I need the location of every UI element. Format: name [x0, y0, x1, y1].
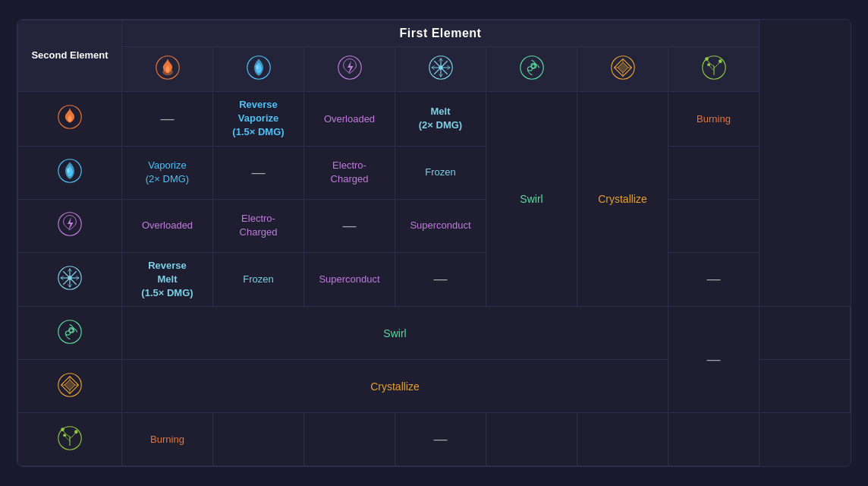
cell-cryo-electro: Superconduct: [304, 252, 395, 307]
row-icon-pyro: [18, 91, 122, 146]
cell-cryo-pyro: Reverse Melt (1.5× DMG): [122, 252, 213, 307]
row-icon-electro: [18, 199, 122, 252]
col-icon-geo: [577, 46, 668, 91]
col-icon-dendro: [668, 46, 760, 91]
cell-dendro-pyro: Burning: [122, 413, 213, 466]
cell-electro-dendro: [668, 199, 760, 252]
cell-anemo-anemo-geo: —: [668, 307, 760, 413]
svg-point-28: [707, 63, 710, 66]
svg-point-46: [68, 276, 71, 279]
cell-dendro-dendro: [668, 413, 760, 466]
cell-electro-pyro: Overloaded: [122, 199, 213, 252]
cell-dendro-electro: [304, 413, 395, 466]
cell-electro-hydro: Electro-Charged: [213, 199, 304, 252]
svg-point-27: [719, 59, 722, 63]
cell-pyro-cryo: Melt (2× DMG): [395, 91, 486, 146]
cell-hydro-electro: Electro-Charged: [304, 146, 395, 199]
cell-dendro-geo: [577, 413, 668, 466]
cell-pyro-electro: Overloaded: [304, 91, 395, 146]
row-icon-geo: [18, 360, 122, 413]
cell-dendro-hydro: [213, 413, 304, 466]
cell-cryo-dendro: —: [668, 252, 760, 307]
cell-hydro-hydro: —: [213, 146, 304, 199]
cell-pyro-geo: Crystallize: [577, 91, 668, 306]
cell-dendro-anemo: [486, 413, 577, 466]
col-icon-hydro: [213, 46, 304, 91]
row-icon-anemo: [18, 307, 122, 360]
cell-pyro-hydro: Reverse Vaporize (1.5× DMG): [213, 91, 304, 146]
svg-point-55: [74, 430, 78, 434]
cell-electro-cryo: Superconduct: [395, 199, 486, 252]
svg-point-56: [63, 434, 66, 437]
second-element-header: Second Element: [18, 20, 122, 91]
reaction-table: Second Element First Element: [17, 19, 851, 467]
cell-cryo-cryo: —: [395, 252, 486, 307]
cell-geo-dendro: [760, 360, 851, 413]
col-icon-electro: [304, 46, 395, 91]
svg-point-26: [705, 57, 709, 61]
row-icon-cryo: [18, 252, 122, 307]
cell-anemo-all: Swirl: [122, 307, 668, 360]
cell-pyro-pyro: —: [122, 91, 213, 146]
cell-hydro-pyro: Vaporize (2× DMG): [122, 146, 213, 199]
cell-electro-electro: —: [304, 199, 395, 252]
col-icon-cryo: [395, 46, 486, 91]
cell-hydro-cryo: Frozen: [395, 146, 486, 199]
cell-geo-all: Crystallize: [122, 360, 668, 413]
cell-cryo-hydro: Frozen: [213, 252, 304, 307]
svg-point-54: [61, 428, 64, 431]
cell-anemo-dendro: [760, 307, 851, 360]
cell-pyro-dendro: Burning: [668, 91, 760, 146]
cell-dendro-cryo: —: [395, 413, 486, 466]
row-icon-hydro: [18, 146, 122, 199]
svg-point-18: [439, 65, 442, 69]
row-icon-dendro: [18, 413, 122, 466]
col-icon-pyro: [122, 46, 213, 91]
col-icon-anemo: [486, 46, 577, 91]
cell-hydro-dendro: [668, 146, 760, 199]
first-element-header: First Element: [122, 20, 760, 46]
cell-pyro-anemo: Swirl: [486, 91, 577, 306]
